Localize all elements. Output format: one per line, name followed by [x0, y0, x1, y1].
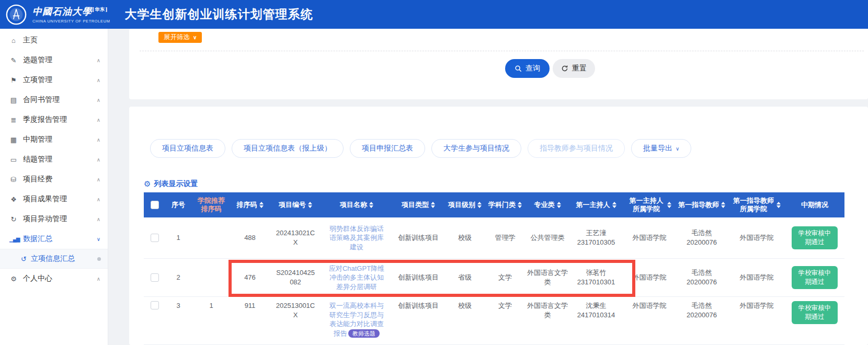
project-type-cell: 创新训练项目: [391, 217, 446, 258]
col-header-sort-code[interactable]: 排序码: [232, 192, 268, 217]
sidebar-item-label: 立项管理: [23, 75, 52, 85]
chevron-up-icon: ∧: [97, 157, 100, 163]
advisor-participation-button[interactable]: 指导教师参与项目情况: [528, 139, 625, 158]
project-name-link[interactable]: 双一流高校本科与研究生学习反思与表达能力对比调查报告教师选题: [327, 301, 386, 338]
sidebar-item-label: 个人中心: [23, 274, 52, 283]
sidebar-item-conclusion-management[interactable]: ▭ 结题管理 ∧: [0, 150, 108, 169]
refresh-icon: [561, 65, 568, 72]
project-approval-info-button[interactable]: 项目立项信息表: [150, 139, 225, 158]
sidebar-subitem-approval-info-summary[interactable]: ↺ 立项信息汇总: [0, 249, 108, 269]
status-dot: [97, 257, 101, 261]
sidebar-item-project-approval[interactable]: ⚑ 立项管理 ∧: [0, 70, 108, 90]
edit-icon: ✎: [9, 56, 18, 64]
bar-chart-icon: ▁▄▆: [9, 236, 18, 242]
sort-icon[interactable]: [667, 202, 671, 208]
col-header-project-code[interactable]: 项目编号: [268, 192, 323, 217]
sidebar-item-home[interactable]: ⌂ 主页: [0, 30, 108, 50]
sidebar-item-midterm-management[interactable]: ▦ 中期管理 ∧: [0, 130, 108, 150]
col-header-leader[interactable]: 第一主持人: [568, 192, 624, 217]
expand-filter-button[interactable]: 展开筛选 ∨: [158, 32, 202, 43]
leader-college-cell: 外国语学院: [624, 217, 675, 258]
sidebar-item-quarterly-report[interactable]: ≣ 季度报告管理 ∧: [0, 110, 108, 130]
pill-label: 大学生参与项目情况: [443, 144, 509, 153]
leader-cell: 张茗竹2317010301: [568, 259, 624, 296]
pill-label: 项目申报汇总表: [362, 144, 413, 153]
pill-label: 项目立项信息表: [162, 144, 213, 153]
sort-icon[interactable]: [776, 202, 781, 208]
advisor-cell: 毛浩然20200076: [675, 297, 728, 319]
chevron-down-icon: ∨: [97, 236, 100, 242]
row-checkbox[interactable]: [151, 301, 159, 309]
seq-cell: 3: [166, 297, 191, 310]
row-checkbox[interactable]: [151, 273, 159, 282]
col-header-project-type[interactable]: 项目类型: [391, 192, 446, 217]
col-header-project-level[interactable]: 项目级别: [446, 192, 484, 217]
chevron-up-icon: ∧: [97, 58, 100, 63]
chevron-up-icon: ∧: [97, 177, 100, 182]
sidebar-item-project-funds[interactable]: ⛁ 项目经费 ∧: [0, 169, 108, 189]
project-code-cell: S202410425082: [268, 259, 323, 296]
row-checkbox-cell: [144, 217, 166, 258]
sort-icon[interactable]: [308, 202, 312, 208]
advisor-cell: 毛浩然20200076: [675, 217, 728, 258]
table-row: 1 488 202413021CX 弱势群体反诈骗话语策略及其案例库建设 创新训…: [144, 217, 844, 259]
chevron-up-icon: ∧: [97, 97, 100, 103]
sort-icon[interactable]: [612, 202, 616, 208]
project-approval-info-superior-button[interactable]: 项目立项信息表（报上级）: [232, 139, 344, 158]
chevron-up-icon: ∧: [97, 197, 100, 202]
major-cell: 公共管理类: [527, 217, 568, 258]
sort-icon[interactable]: [721, 202, 725, 208]
col-header-advisor-college[interactable]: 第一指导教师所属学院: [728, 192, 785, 217]
gear-icon: ⚙: [9, 275, 18, 283]
row-checkbox-cell: [144, 297, 166, 309]
student-participation-button[interactable]: 大学生参与项目情况: [431, 139, 521, 158]
table-card: 项目立项信息表 项目立项信息表（报上级） 项目申报汇总表 大学生参与项目情况 指…: [129, 107, 868, 345]
sort-icon[interactable]: [259, 202, 264, 208]
reset-button[interactable]: 重置: [553, 59, 595, 78]
sidebar: ⌂ 主页 ✎ 选题管理 ∧ ⚑ 立项管理 ∧ ▤ 合同书管理 ∧ ≣ 季度报告管…: [0, 29, 108, 345]
sidebar-item-data-summary[interactable]: ▁▄▆ 数据汇总 ∨: [0, 229, 108, 249]
query-button[interactable]: 查询: [505, 59, 550, 78]
list-display-settings[interactable]: ⚙ 列表显示设置: [144, 179, 198, 189]
chevron-up-icon: ∧: [97, 117, 100, 123]
col-header-advisor[interactable]: 第一指导教师: [675, 192, 728, 217]
sidebar-item-contract-management[interactable]: ▤ 合同书管理 ∧: [0, 90, 108, 110]
row-checkbox-cell: [144, 259, 166, 296]
sort-icon[interactable]: [431, 202, 435, 208]
sort-icon[interactable]: [477, 202, 482, 208]
col-header-major[interactable]: 专业类: [527, 192, 568, 217]
discipline-cell: 文学: [484, 297, 527, 310]
status-badge: 学校审核中期通过: [792, 266, 838, 289]
col-header-leader-college[interactable]: 第一主持人所属学院: [624, 192, 675, 217]
flag-icon: ⚑: [9, 76, 18, 84]
project-declaration-summary-button[interactable]: 项目申报汇总表: [350, 139, 425, 158]
col-header-seq: 序号: [166, 192, 191, 217]
reset-button-label: 重置: [572, 64, 587, 73]
select-all-checkbox[interactable]: [151, 201, 159, 209]
batch-export-button[interactable]: 批量导出 ∨: [631, 139, 691, 158]
sidebar-item-label: 数据汇总: [23, 234, 52, 244]
monitor-icon: ▭: [9, 156, 18, 164]
teacher-topic-badge: 教师选题: [348, 329, 380, 338]
sidebar-item-project-results[interactable]: ❖ 项目成果管理 ∧: [0, 189, 108, 209]
sidebar-item-topic-management[interactable]: ✎ 选题管理 ∧: [0, 50, 108, 70]
export-toolbar: 项目立项信息表 项目立项信息表（报上级） 项目申报汇总表 大学生参与项目情况 指…: [150, 139, 691, 158]
sidebar-item-project-changes[interactable]: ↻ 项目异动管理 ∧: [0, 209, 108, 229]
sort-icon[interactable]: [518, 202, 522, 208]
advisor-cell: 毛浩然20200076: [675, 259, 728, 296]
col-header-discipline[interactable]: 学科门类: [484, 192, 527, 217]
sort-icon[interactable]: [369, 202, 373, 208]
sidebar-item-label: 项目经费: [23, 175, 52, 184]
chevron-up-icon: ∧: [97, 77, 100, 83]
university-logo: 中國石油大學[华东] CHINA UNIVERSITY OF PETROLEUM: [0, 4, 110, 26]
project-name-link[interactable]: 应对ChatGPT降维冲击的多主体认知差异分层调研: [327, 264, 386, 292]
col-header-project-name[interactable]: 项目名称: [323, 192, 391, 217]
row-checkbox[interactable]: [151, 234, 159, 242]
sort-icon[interactable]: [557, 202, 561, 208]
grid-icon: ▦: [9, 136, 18, 144]
col-header-college-rank: 学院推荐排序码: [191, 192, 232, 217]
midterm-status-cell: 学校审核中期通过: [785, 297, 844, 324]
coins-icon: ⛁: [9, 176, 18, 183]
sidebar-item-personal-center[interactable]: ⚙ 个人中心 ∧: [0, 269, 108, 289]
project-name-link[interactable]: 弱势群体反诈骗话语策略及其案例库建设: [327, 224, 386, 252]
